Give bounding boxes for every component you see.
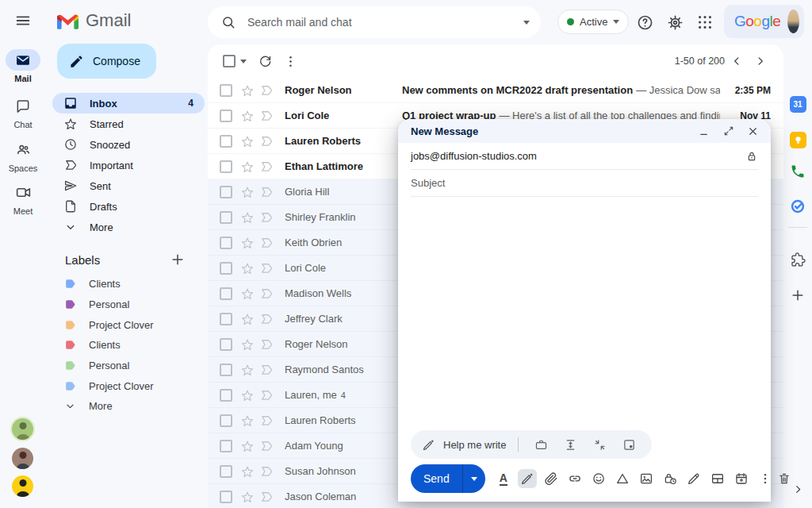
- row-checkbox[interactable]: [220, 160, 232, 173]
- main-menu-icon[interactable]: [11, 9, 35, 33]
- close-icon[interactable]: [747, 125, 759, 137]
- schedule-meeting-button[interactable]: [732, 469, 751, 488]
- select-caret-icon[interactable]: [240, 60, 247, 64]
- voice-icon[interactable]: [789, 163, 806, 180]
- rail-item-chat[interactable]: Chat: [0, 95, 46, 129]
- insert-signature-button[interactable]: [684, 469, 703, 488]
- refresh-button[interactable]: [255, 51, 275, 71]
- important-marker-icon[interactable]: [259, 312, 274, 326]
- contact-avatar[interactable]: [12, 448, 33, 469]
- google-account-chip[interactable]: Google: [724, 5, 804, 38]
- row-checkbox[interactable]: [220, 440, 232, 452]
- compose-button[interactable]: Compose: [57, 44, 156, 79]
- attach-files-button[interactable]: [542, 469, 561, 488]
- contact-avatar[interactable]: [12, 475, 33, 497]
- important-marker-icon[interactable]: [259, 464, 274, 479]
- sidebar-label[interactable]: Project Clover: [52, 375, 205, 396]
- row-checkbox[interactable]: [220, 287, 232, 300]
- sidebar-item-starred[interactable]: Starred: [52, 114, 205, 134]
- star-icon[interactable]: [240, 160, 255, 174]
- calendar-icon[interactable]: 31: [789, 95, 806, 113]
- sidebar-labels-more[interactable]: More: [52, 396, 205, 417]
- important-marker-icon[interactable]: [259, 439, 274, 453]
- popout-icon[interactable]: [722, 125, 734, 137]
- row-checkbox[interactable]: [220, 465, 232, 478]
- status-selector[interactable]: Active: [557, 10, 629, 34]
- row-checkbox[interactable]: [220, 313, 232, 325]
- add-panel-plus-icon[interactable]: [789, 287, 806, 304]
- sidebar-item-sent[interactable]: Sent: [52, 175, 205, 196]
- star-icon[interactable]: [240, 312, 255, 326]
- sidebar-item-important[interactable]: Important: [52, 155, 205, 175]
- row-checkbox[interactable]: [220, 414, 232, 427]
- star-icon[interactable]: [240, 414, 255, 428]
- row-checkbox[interactable]: [220, 211, 232, 224]
- user-avatar[interactable]: [787, 10, 799, 33]
- star-icon[interactable]: [240, 439, 255, 453]
- important-marker-icon[interactable]: [259, 210, 274, 225]
- search-bar[interactable]: [208, 6, 541, 38]
- important-marker-icon[interactable]: [259, 185, 274, 199]
- search-options-caret-icon[interactable]: [523, 21, 530, 25]
- sidebar-item-inbox[interactable]: Inbox 4: [52, 93, 205, 114]
- older-page-chevron[interactable]: [749, 49, 772, 73]
- tasks-icon[interactable]: [789, 198, 806, 215]
- star-icon[interactable]: [240, 210, 255, 225]
- star-icon[interactable]: [240, 109, 255, 123]
- compose-header[interactable]: New Message: [398, 119, 771, 143]
- help-me-write-pill[interactable]: Help me write: [411, 430, 652, 459]
- formatting-options-button[interactable]: A: [494, 469, 513, 488]
- important-marker-icon[interactable]: [259, 109, 274, 123]
- discard-draft-trash-button[interactable]: [775, 469, 794, 488]
- row-checkbox[interactable]: [220, 135, 232, 148]
- select-all-checkbox[interactable]: [223, 55, 236, 67]
- important-marker-icon[interactable]: [259, 236, 274, 250]
- important-marker-icon[interactable]: [259, 388, 274, 402]
- star-icon[interactable]: [240, 287, 255, 301]
- sidebar-item-drafts[interactable]: Drafts: [52, 196, 205, 217]
- row-checkbox[interactable]: [220, 364, 232, 376]
- row-checkbox[interactable]: [220, 186, 232, 198]
- row-checkbox[interactable]: [220, 110, 232, 122]
- important-marker-icon[interactable]: [259, 363, 274, 377]
- star-icon[interactable]: [240, 490, 255, 504]
- formalize-icon[interactable]: [534, 438, 548, 452]
- row-checkbox[interactable]: [220, 262, 232, 275]
- minimize-icon[interactable]: [698, 125, 710, 137]
- rail-item-meet[interactable]: Meet: [0, 182, 46, 216]
- important-marker-icon[interactable]: [259, 414, 274, 428]
- search-icon[interactable]: [220, 14, 236, 30]
- row-checkbox[interactable]: [220, 491, 232, 503]
- email-row[interactable]: Roger Nelson New comments on MCR2022 dra…: [208, 78, 783, 103]
- apps-grid-button[interactable]: [695, 12, 715, 33]
- sidebar-label[interactable]: Personal: [52, 356, 205, 376]
- more-options-button[interactable]: [280, 51, 301, 71]
- important-marker-icon[interactable]: [259, 490, 274, 504]
- star-icon[interactable]: [240, 261, 255, 275]
- important-marker-icon[interactable]: [259, 287, 274, 301]
- sidebar-label[interactable]: Clients: [52, 335, 205, 356]
- insert-emoji-button[interactable]: [589, 469, 608, 488]
- subject-field[interactable]: Subject: [411, 170, 758, 197]
- star-icon[interactable]: [240, 464, 255, 479]
- layouts-button[interactable]: [708, 469, 727, 488]
- star-icon[interactable]: [240, 363, 255, 377]
- help-me-write-button[interactable]: [518, 469, 537, 488]
- keep-icon[interactable]: [789, 131, 806, 148]
- elaborate-icon[interactable]: [564, 438, 577, 452]
- create-label-plus-icon[interactable]: [170, 252, 186, 267]
- important-marker-icon[interactable]: [259, 83, 274, 98]
- insert-link-button[interactable]: [565, 469, 584, 488]
- contact-avatar[interactable]: [12, 418, 33, 440]
- sidebar-item-snoozed[interactable]: Snoozed: [52, 134, 205, 155]
- addons-puzzle-icon[interactable]: [789, 251, 806, 268]
- sidebar-label[interactable]: Project Clover: [52, 314, 205, 335]
- star-icon[interactable]: [240, 83, 255, 98]
- star-icon[interactable]: [240, 185, 255, 199]
- rail-item-mail[interactable]: Mail: [0, 49, 46, 83]
- sidebar-label[interactable]: Personal: [52, 294, 205, 315]
- more-send-options-button[interactable]: [756, 469, 775, 488]
- send-options-caret[interactable]: [462, 464, 485, 493]
- star-icon[interactable]: [240, 388, 255, 402]
- star-icon[interactable]: [240, 236, 255, 250]
